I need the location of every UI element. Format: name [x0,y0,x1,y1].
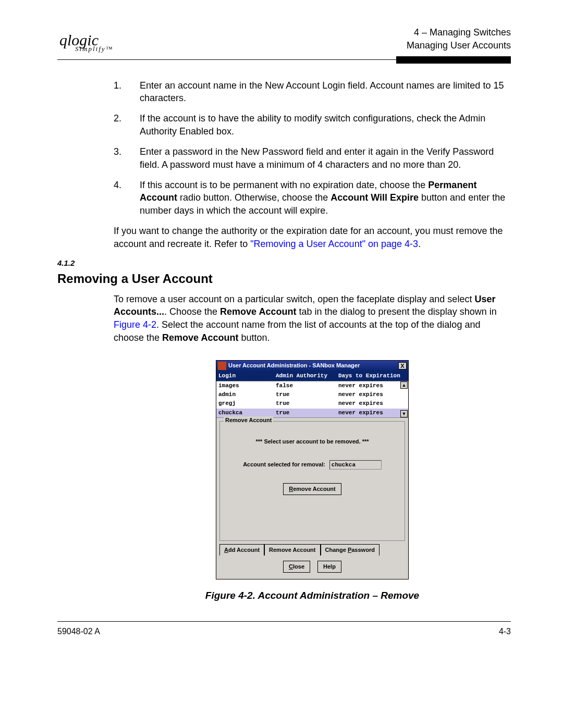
footer-right: 4-3 [499,626,511,637]
header-rule [57,56,511,64]
header-line1: 4 – Managing Switches [407,26,511,39]
logo-sub: Simplify™ [75,46,113,52]
table-row[interactable]: admintruenever expires [216,390,408,399]
step-text: Enter a password in the New Password fie… [140,146,494,170]
link-removing-account[interactable]: "Removing a User Account" on page 4-3 [250,239,418,249]
tab-add-account[interactable]: Add Account [219,544,264,556]
step-num: 3. [114,145,121,158]
table-header: Login Admin Authority Days to Expiration [216,371,408,381]
step-text: Enter an account name in the New Account… [140,80,504,104]
col-login: Login [218,372,276,380]
close-button[interactable]: Close [283,561,310,573]
scroll-up-icon[interactable]: ▲ [400,381,408,389]
col-admin: Admin Authority [276,372,338,380]
step-text: If the account is to have the ability to… [140,113,485,137]
app-icon [218,362,226,370]
footer-left: 59048-02 A [57,626,100,637]
section-heading: Removing a User Account [57,270,511,287]
step-num: 2. [114,112,121,125]
section-paragraph: To remove a user account on a particular… [114,293,511,344]
help-button[interactable]: Help [317,561,341,573]
col-exp: Days to Expiration [338,372,400,380]
section-number: 4.1.2 [57,258,511,269]
close-icon[interactable]: X [398,362,407,369]
figure-caption: Figure 4-2. Account Administration – Rem… [114,589,511,602]
dialog-title: User Account Administration - SANbox Man… [228,362,398,369]
table-row[interactable]: gregjtruenever expires [216,399,408,408]
change-paragraph: If you want to change the authority or t… [114,225,511,251]
scroll-down-icon[interactable]: ▼ [400,410,408,417]
table-row[interactable]: imagesfalsenever expires [216,381,408,390]
header-line2: Managing User Accounts [407,39,511,52]
step-text: If this account is to be permanent with … [140,180,505,216]
tab-change-password[interactable]: Change Password [321,544,380,556]
step-num: 4. [114,179,121,192]
scrollbar[interactable]: ▲ ▼ [400,381,408,417]
link-figure[interactable]: Figure 4-2 [114,319,156,330]
step-num: 1. [114,79,121,92]
logo: qlogic Simplify™ [57,33,113,52]
dialog-window: User Account Administration - SANbox Man… [216,360,409,579]
panel-label: Remove Account [224,416,273,424]
tab-remove-account[interactable]: Remove Account [264,544,320,556]
